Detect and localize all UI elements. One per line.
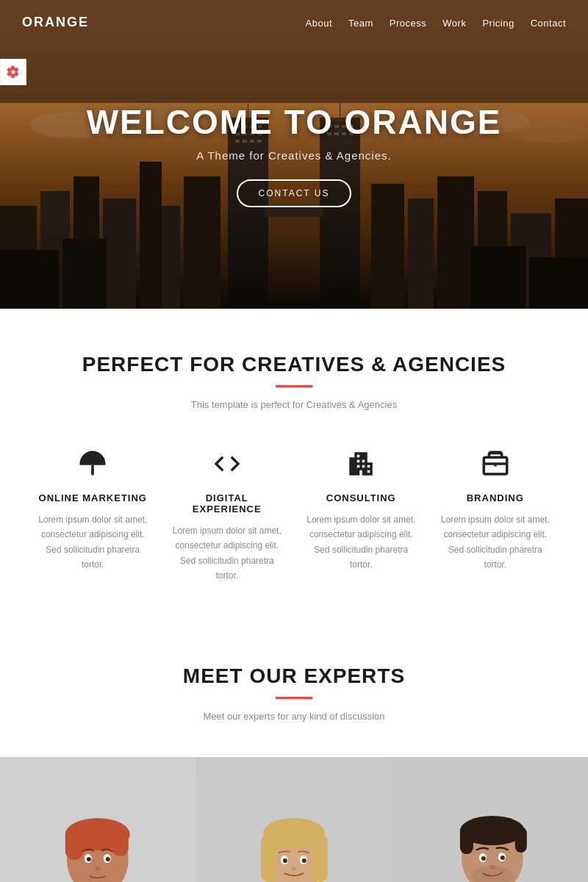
svg-rect-59 <box>112 827 129 856</box>
team-photo-3 <box>392 757 588 882</box>
feature-branding: BRANDING Lorem ipsum dolor sit amet, con… <box>440 445 552 584</box>
feature-online-marketing: ONLINE MARKETING Lorem ipsum dolor sit a… <box>37 445 149 584</box>
svg-rect-12 <box>265 206 323 217</box>
svg-rect-87 <box>460 825 473 854</box>
settings-button[interactable] <box>0 59 26 85</box>
feature-text-marketing: Lorem ipsum dolor sit amet, consectetur … <box>37 512 149 573</box>
feature-text-digital: Lorem ipsum dolor sit amet, consectetur … <box>171 523 284 584</box>
svg-rect-22 <box>62 239 107 309</box>
svg-point-64 <box>95 867 101 871</box>
feature-text-branding: Lorem ipsum dolor sit amet, consectetur … <box>440 512 552 573</box>
feature-title-digital: DIGITAL EXPERIENCE <box>171 492 284 514</box>
svg-point-63 <box>106 857 110 861</box>
team-grid: + <box>0 757 588 882</box>
contact-us-button[interactable]: CONTACT US <box>237 179 352 207</box>
title-divider <box>276 385 312 387</box>
building-icon <box>305 445 417 482</box>
svg-point-92 <box>501 856 505 860</box>
umbrella-icon <box>37 445 149 482</box>
experts-section: MEET OUR EXPERTS Meet our experts for an… <box>0 620 588 882</box>
svg-point-75 <box>283 858 287 863</box>
svg-point-72 <box>263 818 325 847</box>
feature-title-marketing: ONLINE MARKETING <box>37 492 149 503</box>
feature-title-branding: BRANDING <box>440 492 552 503</box>
svg-rect-14 <box>162 206 180 309</box>
creatives-title: PERFECT FOR CREATIVES & AGENCIES <box>29 353 559 376</box>
svg-point-48 <box>514 121 588 143</box>
hero-subtitle: A Theme for Creatives & Agencies. <box>87 149 502 162</box>
svg-point-77 <box>291 867 295 870</box>
nav-process[interactable]: Process <box>390 18 426 29</box>
svg-rect-21 <box>0 250 59 309</box>
svg-point-94 <box>490 865 495 870</box>
team-member-2: + <box>196 757 392 882</box>
team-member-1: + <box>0 757 196 882</box>
nav-pricing[interactable]: Pricing <box>482 18 514 29</box>
features-grid: ONLINE MARKETING Lorem ipsum dolor sit a… <box>29 445 559 584</box>
experts-subtitle: Meet our experts for any kind of discuss… <box>0 711 588 722</box>
feature-text-consulting: Lorem ipsum dolor sit amet, consectetur … <box>305 512 417 573</box>
brand-logo[interactable]: ORANGE <box>22 15 89 30</box>
hero-content: WELCOME TO ORANGE A Theme for Creatives … <box>87 102 502 207</box>
svg-rect-16 <box>408 198 434 309</box>
svg-point-91 <box>481 856 486 861</box>
feature-consulting: CONSULTING Lorem ipsum dolor sit amet, c… <box>305 445 417 584</box>
experts-divider <box>276 697 312 699</box>
svg-point-76 <box>301 858 306 863</box>
code-icon <box>171 445 284 482</box>
nav-about[interactable]: About <box>306 18 332 29</box>
creatives-subtitle: This template is perfect for Creatives &… <box>29 399 559 410</box>
team-member-3: + <box>392 757 588 882</box>
svg-rect-24 <box>529 257 588 309</box>
experts-title: MEET OUR EXPERTS <box>0 664 588 688</box>
hero-title: WELCOME TO ORANGE <box>87 102 502 142</box>
team-photo-1 <box>0 757 196 882</box>
nav-team[interactable]: Team <box>348 18 373 29</box>
feature-digital: DIGITAL EXPERIENCE Lorem ipsum dolor sit… <box>171 445 284 584</box>
creatives-section: PERFECT FOR CREATIVES & AGENCIES This te… <box>0 309 588 620</box>
hero-section: ORANGE About Team Process Work Pricing C… <box>0 0 588 309</box>
nav-work[interactable]: Work <box>442 18 466 29</box>
nav-contact[interactable]: Contact <box>531 18 566 29</box>
svg-rect-23 <box>470 246 526 309</box>
svg-point-62 <box>87 857 91 861</box>
team-photo-2 <box>196 757 392 882</box>
svg-rect-58 <box>65 827 84 860</box>
feature-title-consulting: CONSULTING <box>305 492 417 503</box>
briefcase-icon <box>440 445 552 482</box>
svg-rect-4 <box>103 198 136 309</box>
svg-rect-88 <box>515 827 527 853</box>
nav-menu: About Team Process Work Pricing Contact <box>306 16 566 29</box>
navbar: ORANGE About Team Process Work Pricing C… <box>0 0 588 45</box>
